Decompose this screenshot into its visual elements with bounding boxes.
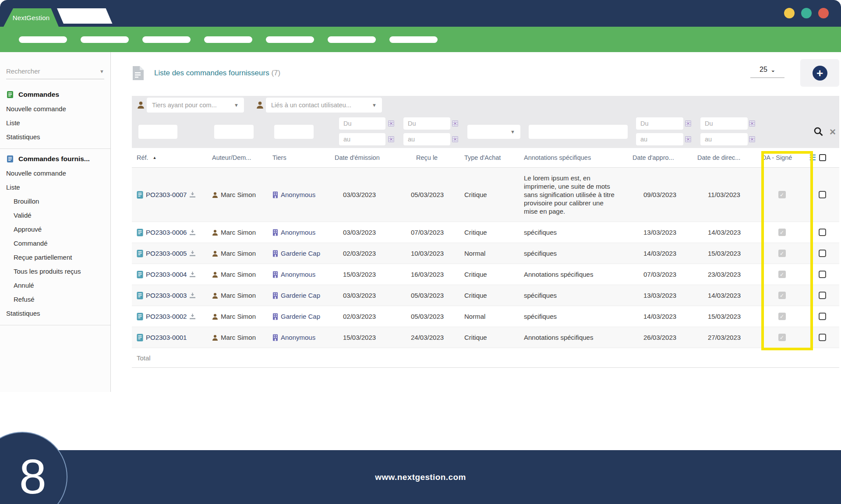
download-icon[interactable] xyxy=(189,250,196,257)
header-date-emission[interactable]: Date d'émission xyxy=(335,154,409,161)
appro-from-input[interactable] xyxy=(636,117,683,130)
list-view-icon[interactable]: ☰ xyxy=(809,153,816,162)
tiers-link[interactable]: Anonymous xyxy=(281,191,315,198)
table-row[interactable]: PO2303-0005 Marc Simon Garderie Cap 02/0… xyxy=(132,243,839,264)
recu-to-input[interactable] xyxy=(403,133,450,145)
download-icon[interactable] xyxy=(189,192,196,198)
tiers-link[interactable]: Anonymous xyxy=(281,229,315,236)
emission-from-input[interactable] xyxy=(339,117,385,130)
table-row[interactable]: PO2303-0002 Marc Simon Garderie Cap 02/0… xyxy=(132,306,839,327)
calendar-icon[interactable] xyxy=(452,120,458,127)
header-date-appro[interactable]: Date d'appro... xyxy=(633,154,695,161)
nav-pill[interactable] xyxy=(266,36,314,43)
row-checkbox[interactable] xyxy=(819,313,826,320)
order-ref-link[interactable]: PO2303-0003 xyxy=(146,292,187,299)
tiers-filter-dropdown[interactable]: Tiers ayant pour com...▼ xyxy=(147,98,244,113)
sidebar-item[interactable]: Brouillon xyxy=(6,194,104,208)
sidebar-item[interactable]: Annulé xyxy=(6,278,104,293)
nav-pill[interactable] xyxy=(19,36,67,43)
table-row[interactable]: PO2303-0001 Marc Simon Anonymous 15/03/2… xyxy=(132,327,839,348)
header-tiers[interactable]: Tiers xyxy=(272,154,335,161)
row-checkbox[interactable] xyxy=(819,250,826,257)
sidebar-item[interactable]: Statistiques xyxy=(6,307,104,321)
header-recu-le[interactable]: Reçu le xyxy=(409,154,462,161)
download-icon[interactable] xyxy=(189,293,196,299)
header-da-signe[interactable]: DA - Signé xyxy=(757,154,806,161)
row-checkbox[interactable] xyxy=(819,292,826,299)
calendar-icon[interactable] xyxy=(685,136,691,142)
order-ref-link[interactable]: PO2303-0002 xyxy=(146,313,187,320)
table-row[interactable]: PO2303-0003 Marc Simon Garderie Cap 03/0… xyxy=(132,285,839,306)
maximize-dot-icon[interactable] xyxy=(801,8,812,18)
download-icon[interactable] xyxy=(189,271,196,278)
calendar-icon[interactable] xyxy=(749,136,755,142)
author-filter-input[interactable] xyxy=(214,125,254,139)
header-type-achat[interactable]: Type d'Achat xyxy=(462,154,519,161)
sidebar-item[interactable]: Liste xyxy=(6,116,104,130)
direc-to-input[interactable] xyxy=(700,133,748,145)
nav-pill[interactable] xyxy=(328,36,376,43)
tiers-link[interactable]: Garderie Cap xyxy=(281,313,320,320)
emission-to-input[interactable] xyxy=(339,133,385,145)
sidebar-item[interactable]: Validé xyxy=(6,208,104,222)
type-achat-select[interactable]: ▼ xyxy=(467,125,520,139)
row-checkbox[interactable] xyxy=(819,229,826,236)
recu-from-input[interactable] xyxy=(403,117,450,130)
row-checkbox[interactable] xyxy=(819,334,826,341)
select-all-checkbox[interactable] xyxy=(819,154,826,161)
tiers-link[interactable]: Anonymous xyxy=(281,271,315,278)
sidebar-section-title[interactable]: Commandes xyxy=(6,91,104,99)
header-auteur[interactable]: Auteur/Dem... xyxy=(212,154,272,161)
nav-pill[interactable] xyxy=(204,36,252,43)
contact-filter-dropdown[interactable]: Liés à un contact utilisateu...▼ xyxy=(266,98,382,113)
order-ref-link[interactable]: PO2303-0001 xyxy=(146,334,187,341)
brand-tab[interactable]: NextGestion xyxy=(4,8,59,27)
tiers-filter-input[interactable] xyxy=(274,125,314,139)
header-annotations[interactable]: Annotations spécifiques xyxy=(519,154,633,161)
annotations-filter-input[interactable] xyxy=(529,125,628,139)
sidebar-item[interactable]: Liste xyxy=(6,180,104,194)
order-ref-link[interactable]: PO2303-0007 xyxy=(146,191,187,198)
sidebar-item[interactable]: Statistiques xyxy=(6,130,104,144)
calendar-icon[interactable] xyxy=(685,120,691,127)
sidebar-item[interactable]: Approuvé xyxy=(6,222,104,236)
add-order-button[interactable]: + xyxy=(813,66,827,81)
download-icon[interactable] xyxy=(189,229,196,236)
close-icon[interactable]: ✕ xyxy=(829,127,836,137)
nav-pill[interactable] xyxy=(81,36,129,43)
calendar-icon[interactable] xyxy=(388,120,394,127)
sidebar-item[interactable]: Nouvelle commande xyxy=(6,102,104,116)
sidebar-item[interactable]: Commandé xyxy=(6,236,104,250)
ref-filter-input[interactable] xyxy=(138,125,177,139)
close-dot-icon[interactable] xyxy=(818,8,829,18)
sidebar-item[interactable]: Reçue partiellement xyxy=(6,250,104,264)
row-checkbox[interactable] xyxy=(819,271,826,278)
sidebar-item[interactable]: Refusé xyxy=(6,293,104,307)
search-icon[interactable] xyxy=(813,127,823,137)
table-row[interactable]: PO2303-0004 Marc Simon Anonymous 15/03/2… xyxy=(132,264,839,285)
order-ref-link[interactable]: PO2303-0006 xyxy=(146,229,187,236)
calendar-icon[interactable] xyxy=(388,136,394,142)
page-size-select[interactable]: 25⌄ xyxy=(750,66,784,78)
header-date-direc[interactable]: Date de direc... xyxy=(695,154,757,161)
sidebar-section-title[interactable]: Commandes fournis... xyxy=(6,155,104,163)
download-icon[interactable] xyxy=(189,314,196,320)
nav-pill[interactable] xyxy=(142,36,191,43)
table-row[interactable]: PO2303-0007 Marc Simon Anonymous 03/03/2… xyxy=(132,168,839,222)
sidebar-item[interactable]: Tous les produits reçus xyxy=(6,264,104,278)
table-row[interactable]: PO2303-0006 Marc Simon Anonymous 03/03/2… xyxy=(132,222,839,243)
sidebar-item[interactable]: Nouvelle commande xyxy=(6,166,104,180)
nav-pill[interactable] xyxy=(389,36,438,43)
order-ref-link[interactable]: PO2303-0005 xyxy=(146,250,187,257)
appro-to-input[interactable] xyxy=(636,133,683,145)
minimize-dot-icon[interactable] xyxy=(784,8,795,18)
header-ref[interactable]: Réf.▲ xyxy=(132,154,212,161)
row-checkbox[interactable] xyxy=(819,191,826,198)
order-ref-link[interactable]: PO2303-0004 xyxy=(146,271,187,278)
tiers-link[interactable]: Garderie Cap xyxy=(281,250,320,257)
direc-from-input[interactable] xyxy=(700,117,748,130)
calendar-icon[interactable] xyxy=(452,136,458,142)
tiers-link[interactable]: Garderie Cap xyxy=(281,292,320,299)
calendar-icon[interactable] xyxy=(749,120,755,127)
tiers-link[interactable]: Anonymous xyxy=(281,334,315,341)
